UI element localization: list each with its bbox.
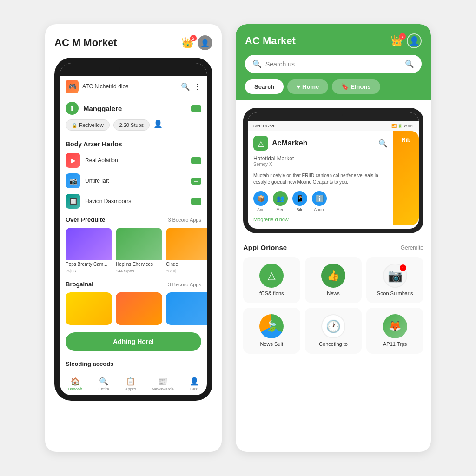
right-phone-screen: 68:09 97:20 📶 🔋 2901 △ AcMarkeh 🔍 Hateti: [248, 112, 419, 229]
action-btn-anout[interactable]: ℹ️: [312, 191, 327, 206]
grid-item-1[interactable]: 👍 News: [305, 257, 362, 303]
action-label-anout: Anout: [314, 207, 325, 212]
left-header-icons: 👑 2 👤: [181, 35, 212, 50]
grid-label-0: fOS& fions: [259, 291, 284, 297]
search-icon[interactable]: 🔍: [181, 82, 190, 91]
search-nav-icon: 🔍: [99, 377, 108, 386]
grid-label-1: News: [327, 291, 340, 297]
right-inner-main: △ AcMarkeh 🔍 Hatetidal Market Semoy X Mu…: [248, 131, 393, 225]
status-icons: 📶 🔋 2901: [391, 124, 413, 128]
right-body: 68:09 97:20 📶 🔋 2901 △ AcMarkeh 🔍 Hateti: [236, 108, 431, 361]
brogainal-cards: [60, 290, 207, 328]
hcard-sub-1: 25|06: [66, 269, 112, 273]
horizontal-cards: Pops Bremty Cam... 25|06 Heplins Ehervic…: [60, 225, 207, 276]
stups-btn[interactable]: 2.20 Stups: [113, 119, 150, 131]
grid-item-3[interactable]: 🍃 News Suit: [243, 308, 300, 354]
topbar-actions: 🔍 ⋮: [181, 82, 201, 91]
more-link[interactable]: Mogrerle d how: [248, 214, 393, 225]
over-section-header: Over Preduite 3 Becoro Apps: [60, 212, 207, 225]
nav-label-best: Best: [190, 387, 198, 391]
app-tag-3: —: [191, 198, 201, 205]
grid-item-5[interactable]: 🦊 AP11 Trps: [366, 308, 423, 354]
hcard-sub-2: 144 9/pos: [116, 269, 162, 273]
action-label-bile: Bile: [296, 207, 303, 212]
grid-label-4: Conceting to: [319, 341, 348, 347]
appi-sub: Geremito: [401, 245, 423, 251]
rib-preview: Rib: [393, 131, 419, 225]
left-header: AC M Morket 👑 2 👤: [54, 35, 212, 50]
action-bile: 📱 Bile: [292, 191, 307, 212]
crown-icon: 👑 2: [181, 37, 194, 49]
grid-icon-5: 🦊: [383, 314, 407, 338]
hcard-title-1: Pops Bremty Cam...: [66, 260, 112, 269]
grid-item-4[interactable]: 🕐 Conceting to: [305, 308, 362, 354]
tab-home[interactable]: ♥ Home: [287, 79, 328, 94]
grid-label-3: News Suit: [260, 341, 284, 347]
brogainal-card-1: [66, 292, 112, 325]
search-icon-left: 🔍: [252, 60, 262, 68]
right-panel: AC Market 👑 2 👤 🔍 🔍 Search: [236, 24, 431, 452]
brogainal-card-3: [166, 292, 207, 325]
tab-elnons[interactable]: 🔖 Elnons: [332, 79, 380, 94]
nav-item-news[interactable]: 📰 Newswarde: [152, 377, 174, 391]
grid-icon-3: 🍃: [259, 314, 284, 338]
right-inner-content: △ AcMarkeh 🔍 Hatetidal Market Semoy X Mu…: [248, 131, 419, 225]
section1-tag: —: [191, 105, 201, 112]
left-phone-screen: 🎮 ATC Nichetrid dlos 🔍 ⋮ ⬆ Manggalere — …: [60, 63, 207, 395]
acm-title: AcMarkeh: [272, 139, 307, 147]
nav-label-home: Dsnooh: [68, 387, 82, 391]
app-name-2: Untire laft: [85, 178, 186, 184]
app-tag-1: —: [191, 157, 201, 164]
main-container: AC M Morket 👑 2 👤 🎮 ATC Nichetrid dlos: [0, 0, 476, 476]
users-icon: 👤: [153, 119, 163, 131]
right-header: AC Market 👑 2 👤: [245, 33, 422, 48]
nav-item-home[interactable]: 🏠 Dsnooh: [68, 377, 82, 391]
app-list-item-3: 🔲 Havion Dasmborrs —: [60, 191, 207, 212]
action-label-ano: Ano: [257, 207, 264, 212]
btn-row: 🔒 Recivellow 2.20 Stups 👤: [60, 118, 207, 134]
action-btn-ano[interactable]: 📦: [253, 191, 268, 206]
right-phone-mockup: 68:09 97:20 📶 🔋 2901 △ AcMarkeh 🔍 Hateti: [243, 108, 423, 233]
hcard-img-2: [116, 228, 162, 260]
app-icon-red: ▶: [66, 153, 80, 168]
avatar[interactable]: 👤: [198, 35, 212, 50]
search-icon-right[interactable]: 🔍: [405, 60, 414, 68]
recivellow-btn[interactable]: 🔒 Recivellow: [66, 119, 110, 131]
action-men: 👥 Men: [273, 191, 288, 212]
brogainal-count: 3 Becoro Apps: [168, 282, 201, 287]
nav-item-entire[interactable]: 🔍 Entire: [98, 377, 109, 391]
bottom-nav: 🏠 Dsnooh 🔍 Entire 📋 Appro 📰 Newswarde: [60, 373, 207, 395]
search-bar[interactable]: 🔍 🔍: [245, 55, 422, 73]
grid-item-0[interactable]: △ fOS& fions: [243, 257, 300, 303]
news-nav-icon: 📰: [158, 377, 167, 386]
rib-label: Rib: [402, 137, 410, 143]
hcard-3: Cinde 2610|: [166, 228, 207, 273]
grid-icon-0: △: [259, 264, 284, 288]
nav-item-best[interactable]: 👤 Best: [190, 377, 199, 391]
right-top-green: AC Market 👑 2 👤 🔍 🔍 Search: [236, 24, 431, 100]
action-btns-row: 📦 Ano 👥 Men 📱 Bile: [248, 188, 393, 214]
right-avatar[interactable]: 👤: [407, 33, 422, 48]
grid-item-2[interactable]: 📷 1 Soon Suimbaris: [366, 257, 423, 303]
action-btn-bile[interactable]: 📱: [292, 191, 307, 206]
cta-btn[interactable]: Adhing Horel: [66, 332, 201, 351]
action-ano: 📦 Ano: [253, 191, 268, 212]
acm-search-icon[interactable]: 🔍: [378, 139, 388, 148]
crown-badge: 2: [190, 35, 197, 41]
tab-search[interactable]: Search: [245, 79, 284, 94]
hcard-img-1: [66, 228, 112, 260]
apps-grid: △ fOS& fions 👍 News 📷 1 Soon Suimbaris 🍃: [243, 257, 423, 354]
more-icon[interactable]: ⋮: [194, 82, 201, 91]
loading-section: Sleoding accods: [60, 356, 207, 369]
over-title: Over Preduite: [66, 216, 105, 223]
market-sub: Semoy X: [253, 162, 388, 167]
nav-item-appro[interactable]: 📋 Appro: [125, 377, 136, 391]
appi-title: Appi Orionse: [243, 244, 287, 251]
search-input[interactable]: [265, 60, 401, 68]
brogainal-header: Brogainal 3 Becoro Apps: [60, 276, 207, 290]
action-btn-men[interactable]: 👥: [273, 191, 288, 206]
action-anout: ℹ️ Anout: [312, 191, 327, 212]
tab-row: Search ♥ Home 🔖 Elnons: [245, 79, 422, 100]
app-icon-teal: 🔲: [66, 194, 80, 209]
acmarket-header: △ AcMarkeh 🔍: [248, 131, 393, 153]
